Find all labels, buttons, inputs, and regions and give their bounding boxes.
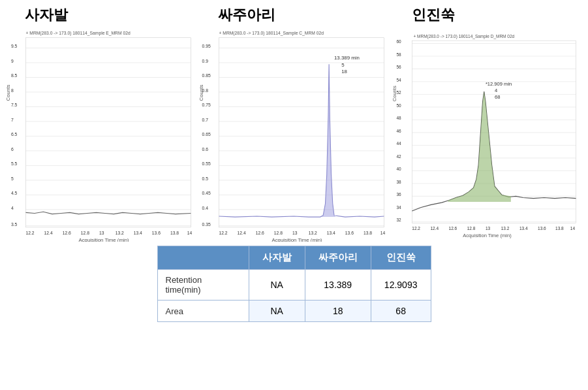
- data-table: 사자발 싸주아리 인진쑥 Retentiontime(min) NA 13.38…: [157, 246, 431, 322]
- svg-text:13: 13: [99, 231, 104, 235]
- svg-text:68: 68: [495, 94, 500, 100]
- svg-text:13.4: 13.4: [327, 231, 335, 235]
- svg-text:12.8: 12.8: [274, 231, 283, 235]
- svg-text:Acquisition Time (min): Acquisition Time (min): [78, 237, 129, 242]
- svg-text:13.2: 13.2: [501, 226, 509, 231]
- table-header-sajjabal: 사자발: [249, 246, 305, 270]
- svg-text:12.6: 12.6: [256, 231, 264, 235]
- table-header-empty: [157, 246, 249, 270]
- svg-text:12.8: 12.8: [81, 231, 89, 235]
- svg-text:60: 60: [396, 39, 401, 44]
- svg-text:13.4: 13.4: [134, 231, 142, 235]
- chart-injinsuk-area: + MRM(283.0 -> 173.0) 180114_Sample D_MR…: [392, 26, 583, 240]
- svg-text:6.5: 6.5: [11, 132, 18, 137]
- svg-text:0.65: 0.65: [202, 132, 211, 137]
- svg-text:14: 14: [187, 231, 193, 235]
- svg-text:13.2: 13.2: [309, 231, 317, 235]
- svg-text:3.5: 3.5: [11, 222, 18, 227]
- svg-text:4: 4: [495, 88, 497, 93]
- svg-text:0.4: 0.4: [202, 206, 209, 210]
- svg-text:0.95: 0.95: [202, 44, 211, 48]
- svg-rect-55: [219, 38, 384, 227]
- svg-text:56: 56: [396, 65, 401, 69]
- svg-text:13.6: 13.6: [152, 231, 161, 235]
- svg-text:44: 44: [396, 141, 401, 146]
- table-header-ssaju: 싸주아리: [305, 246, 371, 270]
- table-cell-retention-ssaju: 13.389: [305, 270, 371, 301]
- svg-text:0.85: 0.85: [202, 73, 211, 78]
- svg-text:4.5: 4.5: [11, 191, 18, 195]
- svg-text:4: 4: [11, 206, 14, 210]
- svg-text:8: 8: [11, 88, 14, 93]
- svg-text:13.6: 13.6: [538, 226, 546, 231]
- chart-ssaju: 싸주아리 + MRM(283.0 -> 173.0) 180114_Sample…: [198, 5, 389, 240]
- svg-text:9.5: 9.5: [11, 44, 18, 48]
- svg-text:0.6: 0.6: [202, 147, 209, 152]
- svg-text:9: 9: [11, 59, 14, 63]
- svg-text:0.9: 0.9: [202, 59, 209, 63]
- svg-text:+ MRM(283.0 -> 173.0) 180114_S: + MRM(283.0 -> 173.0) 180114_Sample D_MR…: [413, 34, 514, 39]
- svg-text:12.2: 12.2: [219, 231, 228, 235]
- svg-text:Counts: Counts: [5, 84, 11, 101]
- table-cell-area-sajjabal: NA: [249, 301, 305, 322]
- svg-text:48: 48: [396, 116, 401, 120]
- svg-text:34: 34: [396, 205, 401, 210]
- table-row-retention: Retentiontime(min) NA 13.389 12.9093: [157, 270, 431, 301]
- charts-row: 사자발 + MRM(283.0 -> 173.0) 180114_Sample …: [5, 5, 583, 240]
- svg-text:0.35: 0.35: [202, 222, 211, 227]
- chart-ssaju-area: + MRM(283.0 -> 173.0) 180114_Sample C_MR…: [198, 26, 389, 242]
- svg-text:13.6: 13.6: [345, 231, 354, 235]
- svg-text:+ MRM(283.0 -> 173.0) 180114_S: + MRM(283.0 -> 173.0) 180114_Sample E_MR…: [25, 31, 130, 36]
- svg-text:7.5: 7.5: [11, 103, 18, 107]
- table-cell-retention-sajjabal: NA: [249, 270, 305, 301]
- svg-text:12.6: 12.6: [63, 231, 71, 235]
- svg-text:12.2: 12.2: [25, 231, 34, 235]
- chart-injinsuk-title: 인진쑥: [392, 5, 583, 25]
- svg-text:0.7: 0.7: [202, 118, 209, 122]
- chart-sajjabal-title: 사자발: [5, 5, 196, 25]
- table-cell-area-label: Area: [157, 301, 249, 322]
- svg-text:12.6: 12.6: [448, 226, 457, 231]
- svg-text:42: 42: [396, 154, 401, 159]
- table-header-injinsuk: 인진쑥: [371, 246, 431, 270]
- chart-sajjabal: 사자발 + MRM(283.0 -> 173.0) 180114_Sample …: [5, 5, 196, 240]
- svg-text:12.4: 12.4: [44, 231, 53, 235]
- svg-text:52: 52: [396, 90, 401, 95]
- svg-text:+ MRM(283.0 -> 173.0) 180114_S: + MRM(283.0 -> 173.0) 180114_Sample C_MR…: [219, 31, 324, 36]
- svg-text:0.55: 0.55: [202, 161, 211, 166]
- svg-text:Counts: Counts: [198, 84, 204, 101]
- svg-text:13.8: 13.8: [555, 226, 564, 231]
- svg-text:13.8: 13.8: [170, 231, 179, 235]
- svg-text:0.5: 0.5: [202, 176, 209, 181]
- chart-injinsuk: 인진쑥 + MRM(283.0 -> 173.0) 180114_Sample …: [392, 5, 583, 240]
- main-container: 사자발 + MRM(283.0 -> 173.0) 180114_Sample …: [0, 0, 588, 390]
- svg-rect-15: [25, 38, 191, 227]
- svg-text:13: 13: [486, 226, 491, 231]
- svg-text:5.5: 5.5: [11, 161, 18, 166]
- svg-text:50: 50: [396, 103, 401, 108]
- svg-text:6: 6: [11, 147, 14, 152]
- svg-text:7: 7: [11, 118, 14, 122]
- svg-text:40: 40: [396, 167, 401, 171]
- svg-text:13: 13: [292, 231, 298, 235]
- chart-sajjabal-area: + MRM(283.0 -> 173.0) 180114_Sample E_MR…: [5, 26, 196, 242]
- svg-text:46: 46: [396, 129, 401, 133]
- svg-text:Acquisition Time (min): Acquisition Time (min): [272, 237, 323, 242]
- svg-text:13.389 min: 13.389 min: [334, 55, 360, 61]
- svg-text:8.5: 8.5: [11, 73, 18, 78]
- svg-text:58: 58: [396, 52, 401, 57]
- svg-text:32: 32: [396, 218, 401, 222]
- svg-text:12.4: 12.4: [430, 226, 439, 231]
- svg-text:14: 14: [380, 231, 386, 235]
- table-section: 사자발 싸주아리 인진쑥 Retentiontime(min) NA 13.38…: [5, 246, 583, 322]
- svg-text:12.4: 12.4: [238, 231, 246, 235]
- table-cell-area-injinsuk: 68: [371, 301, 431, 322]
- table-cell-area-ssaju: 18: [305, 301, 371, 322]
- svg-text:36: 36: [396, 192, 401, 197]
- table-cell-retention-injinsuk: 12.9093: [371, 270, 431, 301]
- svg-text:54: 54: [396, 78, 401, 82]
- table-cell-retention-label: Retentiontime(min): [157, 270, 249, 301]
- svg-text:5: 5: [11, 176, 14, 181]
- svg-text:38: 38: [396, 180, 401, 184]
- svg-text:13.2: 13.2: [116, 231, 124, 235]
